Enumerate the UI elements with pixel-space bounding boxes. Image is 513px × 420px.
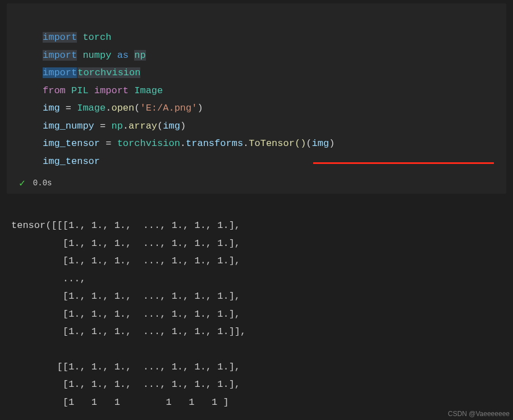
alias-np: np	[134, 50, 145, 61]
keyword-import: import	[94, 85, 129, 96]
output-line: tensor([[[1., 1., 1., ..., 1., 1., 1.],	[11, 220, 240, 231]
fn-totensor: ToTensor	[249, 138, 295, 149]
keyword-as: as	[117, 50, 129, 61]
output-line: ...,	[11, 273, 86, 284]
code-cell[interactable]: import torch import numpy as np importto…	[7, 3, 506, 194]
mod-transforms: transforms	[186, 138, 243, 149]
cell-output[interactable]: tensor([[[1., 1., 1., ..., 1., 1., 1.], …	[7, 199, 506, 411]
var-img-tensor: img_tensor	[43, 156, 100, 167]
var-img: img	[43, 103, 60, 113]
var-img-tensor: img_tensor	[43, 138, 100, 149]
output-line: [1., 1., 1., ..., 1., 1., 1.],	[11, 379, 240, 390]
keyword-import: import	[43, 50, 77, 61]
output-line: [1., 1., 1., ..., 1., 1., 1.],	[11, 291, 240, 302]
keyword-from: from	[43, 85, 66, 96]
fn-open: open	[111, 103, 134, 113]
check-icon: ✓	[19, 177, 25, 189]
class-image: Image	[77, 103, 106, 113]
execution-time: 0.0s	[33, 179, 52, 188]
output-line: [1., 1., 1., ..., 1., 1., 1.]],	[11, 326, 246, 337]
cell-status: ✓ 0.0s	[16, 177, 497, 189]
code-editor[interactable]: import torch import numpy as np importto…	[16, 11, 497, 170]
output-line: [[1., 1., 1., ..., 1., 1., 1.],	[11, 362, 240, 372]
output-line: [1., 1., 1., ..., 1., 1., 1.],	[11, 309, 240, 319]
module-np: np	[111, 121, 122, 131]
class-image: Image	[134, 85, 163, 96]
module-torchvision: torchvision	[117, 138, 180, 149]
keyword-import: import	[43, 32, 77, 43]
output-line: [1 1 1 1 1 1 ]	[11, 397, 229, 408]
fn-array: array	[129, 121, 157, 131]
output-line: [1., 1., 1., ..., 1., 1., 1.],	[11, 238, 240, 249]
module-torchvision: torchvision	[77, 67, 140, 78]
annotation-underline	[313, 162, 494, 164]
var-img-numpy: img_numpy	[43, 121, 94, 131]
module-pil: PIL	[71, 85, 89, 96]
keyword-import: import	[43, 67, 77, 78]
watermark: CSDN @Vaeeeeeee	[448, 410, 510, 418]
string-path: 'E:/A.png'	[140, 103, 197, 113]
module-torch: torch	[83, 32, 111, 43]
module-numpy: numpy	[83, 50, 111, 61]
output-line: [1., 1., 1., ..., 1., 1., 1.],	[11, 255, 240, 266]
